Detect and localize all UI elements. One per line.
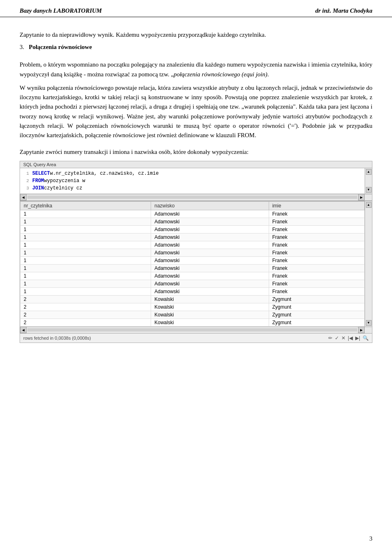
results-table: nr_czytelnikanazwiskoimie 1AdamowskiFran… xyxy=(20,201,365,327)
intro-paragraph: Zapytanie to da nieprawidłowy wynik. Każ… xyxy=(20,30,372,40)
results-scroll-down[interactable]: ▼ xyxy=(366,320,372,326)
search-icon[interactable]: 🔍 xyxy=(363,335,369,341)
table-cell: 2 xyxy=(20,311,151,318)
sql-line-text: w.nr_czytelnika, cz.nazwisko, cz.imie xyxy=(50,170,158,177)
table-cell: Franek xyxy=(269,264,364,272)
pencil-icon[interactable]: ✏ xyxy=(328,335,332,341)
results-wrapper: nr_czytelnikanazwiskoimie 1AdamowskiFran… xyxy=(20,201,372,327)
sql-container: SQL Query Area 1SELECT w.nr_czytelnika, … xyxy=(20,161,372,201)
sql-lines: 1SELECT w.nr_czytelnika, cz.nazwisko, cz… xyxy=(20,168,365,194)
paragraph-2: W wyniku połączenia równościowego powsta… xyxy=(20,83,372,140)
table-row: 1AdamowskiFranek xyxy=(20,233,365,241)
table-cell: Franek xyxy=(269,256,364,264)
page-content: Zapytanie to da nieprawidłowy wynik. Każ… xyxy=(0,17,392,363)
table-cell: Adamowski xyxy=(151,280,269,287)
footer-icons: ✏ ✓ ✕ |◀ ▶| 🔍 xyxy=(328,335,369,341)
results-table-body: 1AdamowskiFranek1AdamowskiFranek1Adamows… xyxy=(20,210,365,326)
table-cell: 1 xyxy=(20,241,151,249)
table-cell: Adamowski xyxy=(151,264,269,272)
table-cell: 2 xyxy=(20,303,151,311)
sql-hscroll-left-arrow[interactable]: ◀ xyxy=(20,194,27,200)
table-cell: Franek xyxy=(269,218,364,225)
table-cell: Franek xyxy=(269,210,364,218)
section-title: Połączenia równościowe xyxy=(29,44,92,50)
table-cell: Adamowski xyxy=(151,218,269,225)
sql-line: 1SELECT w.nr_czytelnika, cz.nazwisko, cz… xyxy=(20,170,365,177)
table-row: 1AdamowskiFranek xyxy=(20,218,365,225)
table-cell: 1 xyxy=(20,233,151,241)
sql-scroll-up[interactable]: ▲ xyxy=(366,169,372,175)
p1-italic: połączenia równościowego (equi join) xyxy=(174,71,267,78)
table-cell: 1 xyxy=(20,218,151,225)
paragraph-3: Zapytanie zwróci numery transakcji i imi… xyxy=(20,147,372,157)
table-row: 2KowalskiZygmunt xyxy=(20,295,365,303)
table-cell: Adamowski xyxy=(151,225,269,233)
table-cell: Adamowski xyxy=(151,256,269,264)
results-hscroll-left[interactable]: ◀ xyxy=(20,327,27,333)
check-icon[interactable]: ✓ xyxy=(335,335,339,341)
sql-line-text: czytelnicy cz xyxy=(44,185,82,192)
table-cell: Kowalski xyxy=(151,311,269,318)
sql-line-text: wypozyczenia w xyxy=(44,177,85,185)
table-cell: 1 xyxy=(20,264,151,272)
table-cell: Franek xyxy=(269,280,364,287)
results-scroll-right[interactable]: ▲ ▼ xyxy=(365,201,372,327)
table-cell: 1 xyxy=(20,287,151,295)
table-cell: 1 xyxy=(20,280,151,287)
table-cell: Adamowski xyxy=(151,210,269,218)
line-number: 2 xyxy=(22,178,29,185)
sql-keyword: JOIN xyxy=(32,185,44,192)
table-cell: Adamowski xyxy=(151,233,269,241)
table-cell: Franek xyxy=(269,225,364,233)
results-hscroll-right[interactable]: ▶ xyxy=(358,327,365,333)
table-row: 1AdamowskiFranek xyxy=(20,287,365,295)
nav-first-icon[interactable]: |◀ xyxy=(348,335,353,341)
nav-last-icon[interactable]: ▶| xyxy=(355,335,360,341)
table-cell: Adamowski xyxy=(151,249,269,256)
sql-keyword: FROM xyxy=(32,177,44,185)
results-scroll-up[interactable]: ▲ xyxy=(366,202,372,208)
results-table-header: nr_czytelnikanazwiskoimie xyxy=(20,201,365,210)
table-cell: Franek xyxy=(269,241,364,249)
table-row: 1AdamowskiFranek xyxy=(20,210,365,218)
table-row: 1AdamowskiFranek xyxy=(20,272,365,280)
table-cell: Zygmunt xyxy=(269,295,364,303)
table-cell: 1 xyxy=(20,256,151,264)
table-cell: Adamowski xyxy=(151,241,269,249)
sql-hscroll-right-arrow[interactable]: ▶ xyxy=(358,194,365,200)
table-cell: Franek xyxy=(269,272,364,280)
sql-hscroll[interactable]: ◀ ▶ xyxy=(20,194,372,200)
table-cell: 1 xyxy=(20,272,151,280)
page-number: 3 xyxy=(370,535,373,542)
sql-scroll-down[interactable]: ▼ xyxy=(366,187,372,193)
table-row: 1AdamowskiFranek xyxy=(20,256,365,264)
table-cell: 2 xyxy=(20,318,151,326)
section-number: 3. Połączenia równościowe xyxy=(20,44,372,51)
table-column-header: nazwisko xyxy=(151,201,269,210)
sql-body: 1SELECT w.nr_czytelnika, cz.nazwisko, cz… xyxy=(20,168,372,194)
results-table-container: nr_czytelnikanazwiskoimie 1AdamowskiFran… xyxy=(20,201,372,343)
table-row: 1AdamowskiFranek xyxy=(20,280,365,287)
close-icon[interactable]: ✕ xyxy=(341,335,345,341)
line-number: 3 xyxy=(22,185,29,192)
sql-keyword: SELECT xyxy=(32,170,50,177)
sql-line: 2FROM wypozyczenia w xyxy=(20,177,365,185)
table-cell: 1 xyxy=(20,210,151,218)
table-row: 1AdamowskiFranek xyxy=(20,264,365,272)
table-row: 1AdamowskiFranek xyxy=(20,225,365,233)
footer-text: rows fetched in 0,0038s (0,0008s) xyxy=(23,336,91,341)
table-cell: Zygmunt xyxy=(269,318,364,326)
table-row: 2KowalskiZygmunt xyxy=(20,318,365,326)
intro-text: Zapytanie to da nieprawidłowy wynik. Każ… xyxy=(20,31,266,38)
table-row: 2KowalskiZygmunt xyxy=(20,311,365,318)
table-cell: 1 xyxy=(20,225,151,233)
header-right: dr inż. Marta Chodyka xyxy=(315,7,372,14)
header-left: Bazy danych LABORATORIUM xyxy=(20,7,102,14)
table-cell: 1 xyxy=(20,249,151,256)
table-cell: Zygmunt xyxy=(269,311,364,318)
sql-scrollbar-right[interactable]: ▲ ▼ xyxy=(365,168,372,194)
results-hscroll[interactable]: ◀ ▶ xyxy=(20,327,372,333)
table-cell: Kowalski xyxy=(151,318,269,326)
results-hscroll-track xyxy=(27,328,357,332)
table-cell: Adamowski xyxy=(151,272,269,280)
